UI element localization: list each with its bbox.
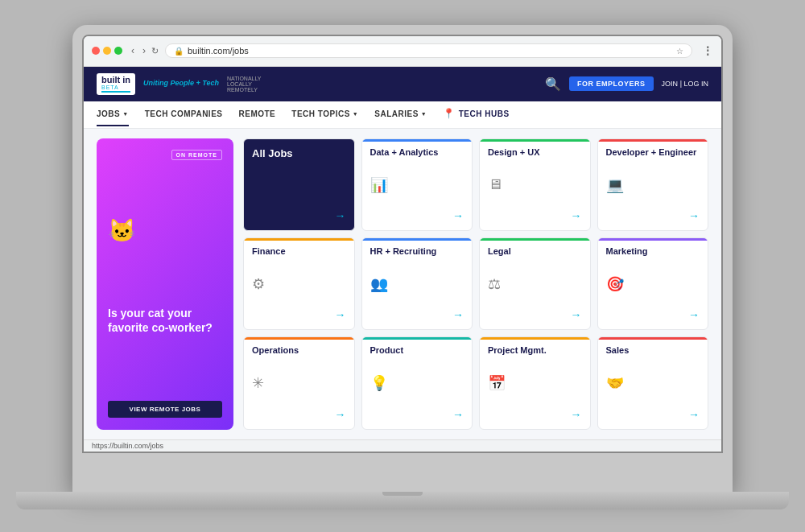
promo-title: Is your cat your favorite co-worker? (108, 306, 222, 335)
job-card-hr-recruiting[interactable]: HR + Recruiting 👥 → (361, 237, 473, 330)
logo-beta: BETA (101, 85, 119, 90)
card-top-border (598, 337, 708, 340)
view-remote-jobs-button[interactable]: VIEW REMOTE JOBS (108, 401, 222, 418)
laptop-notch (382, 492, 423, 496)
salaries-dropdown-icon: ▼ (421, 111, 427, 117)
job-card-design-ux[interactable]: Design + UX 🖥 → (479, 138, 591, 231)
card-top-border (362, 238, 473, 241)
marketing-icon: 🎯 (606, 275, 700, 293)
card-top-border (480, 139, 590, 142)
job-card-product[interactable]: Product 💡 → (361, 336, 473, 429)
tagline-right: NATIONALLY LOCALLY REMOTELY (227, 76, 262, 93)
nav-tech-hubs[interactable]: 📍 TECH HUBS (443, 101, 509, 127)
tagline-remotely: REMOTELY (227, 87, 262, 93)
hr-icon: 👥 (370, 275, 464, 293)
promo-badge: ON REMOTE (171, 150, 222, 160)
developer-icon: 💻 (606, 176, 700, 194)
logo-text: built in (101, 76, 130, 85)
card-top-border (244, 238, 354, 241)
job-grid: All Jobs → Data + Analytics 📊 → (243, 138, 708, 430)
refresh-button[interactable]: ↻ (151, 46, 159, 56)
job-card-arrow: → (688, 408, 700, 421)
finance-icon: ⚙ (252, 275, 346, 293)
tagline: Uniting People + Tech (143, 79, 219, 89)
jobs-dropdown-icon: ▼ (122, 111, 128, 117)
job-card-title: All Jobs (252, 147, 346, 160)
browser-chrome: ‹ › ↻ 🔒 builtin.com/jobs ☆ ⋮ (84, 36, 721, 67)
browser-navigation: ‹ › ↻ (129, 43, 159, 58)
tagline-locally: LOCALLY (227, 81, 262, 87)
forward-button[interactable]: › (140, 43, 148, 58)
status-url: https://builtin.com/jobs (92, 442, 163, 450)
job-card-arrow: → (571, 209, 582, 222)
url-text: builtin.com/jobs (188, 46, 672, 56)
card-top-border (598, 139, 708, 142)
job-card-arrow: → (335, 408, 346, 421)
job-card-arrow: → (688, 308, 700, 321)
job-card-title: Product (370, 345, 464, 356)
job-card-title: Project Mgmt. (488, 345, 582, 356)
close-window-btn[interactable] (92, 47, 100, 55)
data-analytics-icon: 📊 (370, 176, 464, 194)
card-top-border (362, 139, 473, 142)
login-link[interactable]: LOG IN (683, 80, 708, 88)
job-card-title: HR + Recruiting (370, 246, 464, 257)
for-employers-button[interactable]: FOR EMPLOYERS (569, 76, 654, 91)
job-card-developer-engineer[interactable]: Developer + Engineer 💻 → (597, 138, 709, 231)
nav-remote[interactable]: REMOTE (239, 103, 276, 126)
address-bar[interactable]: 🔒 builtin.com/jobs ☆ (165, 43, 692, 58)
job-card-arrow: → (452, 209, 464, 222)
job-card-arrow: → (335, 308, 346, 321)
job-card-title: Design + UX (488, 147, 582, 158)
job-card-arrow: → (571, 308, 582, 321)
job-card-project-mgmt[interactable]: Project Mgmt. 📅 → (479, 336, 591, 429)
job-card-finance[interactable]: Finance ⚙ → (243, 237, 355, 330)
job-card-title: Data + Analytics (370, 147, 464, 158)
job-card-arrow: → (452, 308, 464, 321)
minimize-window-btn[interactable] (103, 47, 111, 55)
nav-tech-topics[interactable]: TECH TOPICS ▼ (291, 103, 358, 126)
nav-tech-companies[interactable]: TECH COMPANIES (145, 103, 223, 126)
search-icon[interactable]: 🔍 (545, 76, 561, 92)
card-top-border (480, 238, 590, 241)
nav-salaries[interactable]: SALARIES ▼ (374, 103, 427, 126)
maximize-window-btn[interactable] (114, 47, 122, 55)
cat-icon: 🐱 (108, 217, 222, 244)
design-ux-icon: 🖥 (488, 176, 582, 193)
logo-area: built in BETA Uniting People + Tech NATI… (97, 73, 262, 95)
job-card-arrow: → (688, 209, 700, 222)
top-navbar: built in BETA Uniting People + Tech NATI… (84, 67, 721, 101)
main-content: ON REMOTE 🐱 Is your cat your favorite co… (84, 129, 721, 439)
job-card-arrow: → (452, 408, 464, 421)
job-card-operations[interactable]: Operations ✳ → (243, 336, 355, 429)
laptop-base (16, 492, 789, 509)
back-button[interactable]: ‹ (129, 43, 137, 58)
tagline-nationally: NATIONALLY (227, 76, 262, 81)
sales-icon: 🤝 (606, 374, 700, 392)
card-top-border (244, 337, 354, 340)
join-link[interactable]: JOIN (662, 80, 679, 88)
card-top-border (480, 337, 590, 340)
job-card-title: Developer + Engineer (606, 147, 700, 158)
job-card-data-analytics[interactable]: Data + Analytics 📊 → (361, 138, 473, 231)
operations-icon: ✳ (252, 374, 346, 392)
logo-underline (101, 91, 130, 93)
lock-icon: 🔒 (174, 47, 184, 56)
logo[interactable]: built in BETA (97, 73, 135, 95)
nav-jobs[interactable]: JOBS ▼ (97, 103, 129, 126)
job-card-all-jobs[interactable]: All Jobs → (243, 138, 355, 231)
job-card-title: Operations (252, 345, 346, 356)
project-mgmt-icon: 📅 (488, 374, 582, 392)
job-card-title: Sales (606, 345, 700, 356)
card-top-border (362, 337, 473, 340)
job-card-sales[interactable]: Sales 🤝 → (597, 336, 709, 429)
job-card-marketing[interactable]: Marketing 🎯 → (597, 237, 709, 330)
job-card-legal[interactable]: Legal ⚖ → (479, 237, 591, 330)
location-icon: 📍 (443, 108, 456, 119)
browser-more-button[interactable]: ⋮ (702, 44, 713, 57)
bookmark-icon[interactable]: ☆ (676, 47, 683, 56)
main-nav: JOBS ▼ TECH COMPANIES REMOTE TECH TOPICS… (84, 101, 721, 129)
status-bar: https://builtin.com/jobs (84, 439, 721, 452)
browser-window-controls (92, 47, 122, 55)
promo-card[interactable]: ON REMOTE 🐱 Is your cat your favorite co… (97, 138, 233, 430)
